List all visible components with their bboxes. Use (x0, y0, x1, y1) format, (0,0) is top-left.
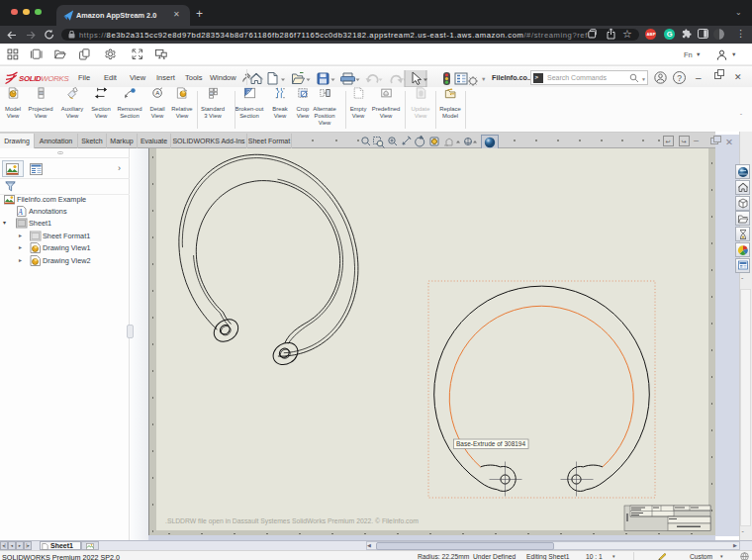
svg-text:.SLDDRW file open in Dassault: .SLDDRW file open in Dassault Systemes S… (165, 517, 419, 525)
svg-text:A: A (17, 207, 23, 216)
svg-text:A: A (155, 90, 159, 96)
svg-text:Base-Extrude of 308194: Base-Extrude of 308194 (456, 440, 525, 447)
